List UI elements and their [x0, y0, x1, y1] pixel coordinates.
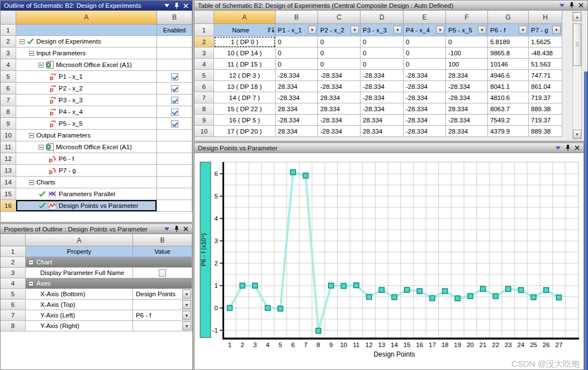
- value-cell[interactable]: 1.5625: [529, 36, 562, 48]
- data-point-marker[interactable]: [430, 296, 435, 301]
- data-point-marker[interactable]: [367, 295, 372, 300]
- group-header-chart[interactable]: Chart: [26, 257, 192, 268]
- tree-cell-p2-x-2[interactable]: pP2 - x_2: [16, 83, 157, 94]
- value-cell[interactable]: -28.334: [361, 81, 404, 92]
- tree-cell-microsoft-office-excel-a1[interactable]: XMicrosoft Office Excel (A1): [16, 141, 157, 153]
- value-cell[interactable]: 4379.9: [488, 126, 529, 137]
- pin-icon[interactable]: [567, 2, 576, 10]
- filter-dropdown-icon[interactable]: ▼: [393, 26, 402, 34]
- y-axis-left-dropdown[interactable]: ▼: [182, 311, 191, 320]
- design-point-name-cell[interactable]: 17 ( DP 20 ): [214, 126, 276, 137]
- value-cell[interactable]: 747.71: [529, 70, 562, 81]
- param-column-header-p6-f[interactable]: P6 - f▼: [488, 24, 529, 36]
- close-icon[interactable]: [573, 144, 581, 152]
- group-header-axes[interactable]: Axes: [26, 278, 192, 289]
- value-cell[interactable]: 719.37: [529, 92, 562, 103]
- tree-cell-p3-x-3[interactable]: pP3 - x_3: [16, 94, 157, 106]
- value-cell[interactable]: 719.37: [529, 115, 562, 126]
- design-point-name-cell[interactable]: 16 ( DP 5 ): [214, 115, 276, 126]
- name-column-header[interactable]: Name: [214, 24, 276, 36]
- close-icon[interactable]: [182, 2, 190, 10]
- design-point-name-cell[interactable]: 14 ( DP 7 ): [214, 92, 276, 103]
- table-vertical-scrollbar[interactable]: ▲ ▼: [572, 12, 582, 139]
- data-point-marker[interactable]: [493, 293, 498, 298]
- value-cell[interactable]: 10146: [488, 59, 529, 70]
- value-cell[interactable]: 4946.6: [488, 70, 529, 81]
- value-cell[interactable]: 0: [404, 36, 446, 48]
- value-cell[interactable]: -28.334: [318, 115, 361, 126]
- expander-icon[interactable]: [29, 281, 34, 286]
- value-cell[interactable]: 28.334: [318, 103, 361, 115]
- data-point-marker[interactable]: [506, 287, 511, 292]
- value-cell[interactable]: -28.334: [276, 115, 318, 126]
- tree-cell-design-points-vs-parameter[interactable]: Design Points vs Parameter: [16, 200, 157, 212]
- expander-icon[interactable]: [39, 63, 44, 68]
- value-cell[interactable]: -28.334: [276, 70, 318, 81]
- data-point-marker[interactable]: [253, 283, 258, 288]
- value-cell[interactable]: -28.334: [361, 103, 404, 115]
- tree-cell-p7-g[interactable]: pP7 - g: [16, 165, 157, 177]
- enabled-checkbox[interactable]: [171, 120, 178, 127]
- design-point-name-cell[interactable]: 1 ( DP 0 ): [214, 36, 276, 48]
- value-cell[interactable]: -28.334: [446, 115, 488, 126]
- value-cell[interactable]: -28.334: [276, 92, 318, 103]
- expander-icon[interactable]: [29, 260, 34, 265]
- filter-dropdown-icon[interactable]: ▼: [436, 26, 444, 34]
- data-point-marker[interactable]: [291, 170, 296, 175]
- filter-dropdown-icon[interactable]: ▼: [350, 26, 359, 34]
- param-column-header-p7-g[interactable]: P7 - g▼: [529, 24, 562, 36]
- value-cell[interactable]: 28.334: [361, 115, 404, 126]
- value-cell[interactable]: -28.334: [404, 103, 446, 115]
- data-point-marker[interactable]: [518, 288, 523, 293]
- data-point-marker[interactable]: [240, 283, 245, 288]
- value-cell[interactable]: -28.334: [404, 70, 446, 81]
- tree-cell-p6-f[interactable]: pP6 - f: [16, 153, 157, 165]
- filter-dropdown-icon[interactable]: ▼: [478, 26, 486, 34]
- filter-dropdown-icon[interactable]: ▼: [552, 26, 561, 34]
- value-cell[interactable]: -28.334: [361, 70, 404, 81]
- data-point-marker[interactable]: [443, 288, 448, 293]
- value-cell[interactable]: 889.38: [529, 103, 562, 115]
- value-cell[interactable]: 28.334: [276, 103, 318, 115]
- value-cell[interactable]: 28.334: [361, 126, 404, 137]
- value-cell[interactable]: -28.334: [318, 126, 361, 137]
- data-point-marker[interactable]: [265, 306, 270, 311]
- design-point-name-cell[interactable]: 11 ( DP 15 ): [214, 59, 276, 70]
- close-icon[interactable]: [577, 2, 585, 10]
- design-point-name-cell[interactable]: 15 ( DP 22 ): [214, 103, 276, 115]
- expander-icon[interactable]: [29, 51, 34, 56]
- value-cell[interactable]: -28.334: [446, 92, 488, 103]
- data-point-marker[interactable]: [354, 283, 359, 288]
- data-point-marker[interactable]: [379, 287, 384, 292]
- tree-cell-microsoft-office-excel-a1[interactable]: XMicrosoft Office Excel (A1): [16, 59, 157, 71]
- value-cell[interactable]: -28.334: [404, 81, 446, 92]
- value-cell[interactable]: 7549.2: [488, 115, 529, 126]
- panel-menu-icon[interactable]: [554, 144, 562, 152]
- value-cell[interactable]: 4810.6: [488, 92, 529, 103]
- pin-icon[interactable]: [172, 225, 181, 233]
- value-cell[interactable]: 0: [404, 59, 446, 70]
- filter-dropdown-icon[interactable]: ▼: [308, 26, 316, 34]
- data-point-marker[interactable]: [227, 305, 233, 310]
- tree-cell-design-of-experiments[interactable]: Design of Experiments: [16, 36, 157, 48]
- value-cell[interactable]: 0: [361, 48, 404, 59]
- param-column-header-p4-x-4[interactable]: P4 - x_4▼: [404, 24, 446, 36]
- value-cell[interactable]: 0: [361, 59, 404, 70]
- value-cell[interactable]: 9865.8: [488, 48, 529, 59]
- properties-titlebar[interactable]: Properties of Outline : Design Points vs…: [1, 224, 192, 234]
- panel-menu-icon[interactable]: [163, 2, 171, 10]
- data-point-marker[interactable]: [455, 296, 460, 301]
- value-cell[interactable]: 0: [318, 36, 361, 48]
- value-cell[interactable]: 0: [276, 48, 318, 59]
- design-point-name-cell[interactable]: 12 ( DP 3 ): [214, 70, 276, 81]
- param-column-header-p1-x-1[interactable]: P1 - x_1▼: [276, 24, 318, 36]
- data-point-marker[interactable]: [556, 295, 561, 300]
- value-cell[interactable]: 28.334: [446, 126, 488, 137]
- panel-menu-icon[interactable]: [163, 225, 171, 233]
- value-cell[interactable]: 28.334: [276, 81, 318, 92]
- enabled-checkbox[interactable]: [171, 73, 178, 80]
- value-cell[interactable]: 28.334: [446, 103, 488, 115]
- value-cell[interactable]: 0: [318, 48, 361, 59]
- value-cell[interactable]: -48.438: [529, 48, 562, 59]
- table-titlebar[interactable]: Table of Schematic B2: Design of Experim…: [195, 1, 587, 11]
